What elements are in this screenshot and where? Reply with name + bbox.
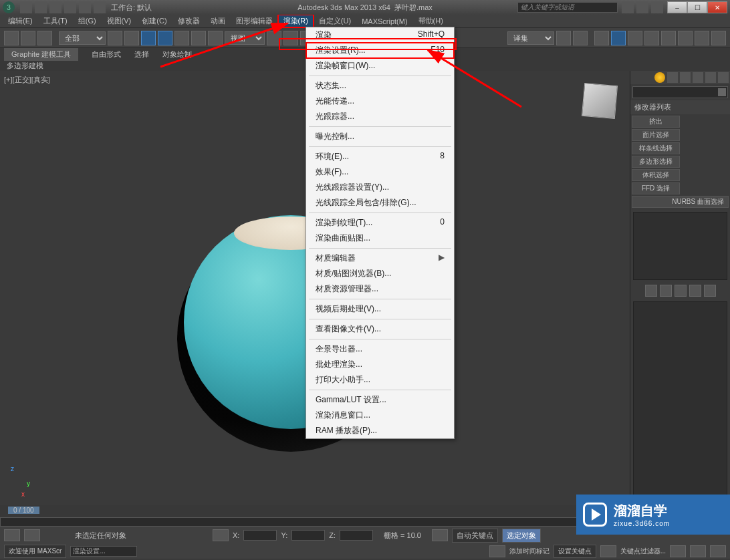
menu-item[interactable]: 渲染设置(R)...F10 xyxy=(306,43,454,58)
select-region[interactable] xyxy=(141,31,156,45)
hierarchy-tab-icon[interactable] xyxy=(680,72,691,83)
rollout-area[interactable] xyxy=(633,301,727,503)
btn-ffd-select[interactable]: FFD 选择 xyxy=(632,182,680,194)
menu-item[interactable]: 材质/贴图浏览器(B)... xyxy=(306,266,454,281)
menu-item[interactable]: 打印大小助手... xyxy=(306,372,454,388)
menu-item[interactable]: 材质资源管理器... xyxy=(306,281,454,297)
motion-tab-icon[interactable] xyxy=(693,72,703,83)
btn-patch-select[interactable]: 面片选择 xyxy=(632,129,680,141)
add-time-tag[interactable]: 添加时间标记 xyxy=(509,547,550,556)
play-icon[interactable] xyxy=(690,545,706,557)
btn-spline-select[interactable]: 样条线选择 xyxy=(632,142,680,154)
time-marker[interactable]: 0 / 100 xyxy=(8,507,39,514)
select-tool[interactable] xyxy=(108,31,122,45)
star-icon[interactable] xyxy=(636,1,648,13)
window-crossing[interactable] xyxy=(158,31,172,45)
menu-item[interactable]: 环境(E)...8 xyxy=(306,149,454,164)
menu-views[interactable]: 视图(V) xyxy=(102,15,137,27)
autokey-button[interactable]: 自动关键点 xyxy=(452,529,498,543)
display-tab-icon[interactable] xyxy=(705,72,716,83)
menu-item[interactable]: 视频后期处理(V)... xyxy=(306,301,454,317)
make-unique-icon[interactable] xyxy=(675,285,687,297)
help-icon[interactable] xyxy=(651,1,663,13)
link-tool[interactable] xyxy=(4,31,19,45)
select-name[interactable] xyxy=(124,31,139,45)
modifier-stack[interactable] xyxy=(633,212,727,280)
search-input[interactable]: 键入关键字或短语 xyxy=(517,2,618,13)
teapot-icon[interactable] xyxy=(711,31,726,45)
toggle-1[interactable] xyxy=(4,529,20,541)
pin-stack-icon[interactable] xyxy=(645,285,657,297)
menu-item[interactable]: 渲染Shift+Q xyxy=(306,27,454,43)
menu-customize[interactable]: 自定义(U) xyxy=(314,15,356,27)
tab-graphite[interactable]: Graphite 建模工具 xyxy=(4,48,78,61)
viewport-label[interactable]: [+][正交][真实] xyxy=(4,75,50,85)
key-icon[interactable] xyxy=(432,529,448,541)
view-cube[interactable] xyxy=(582,83,618,119)
tab-selection[interactable]: 选择 xyxy=(134,49,149,59)
bind-tool[interactable] xyxy=(37,31,52,45)
y-field[interactable] xyxy=(291,530,325,541)
align-tool[interactable] xyxy=(573,31,588,45)
menu-help[interactable]: 帮助(H) xyxy=(413,15,449,27)
menu-item[interactable]: 渲染帧窗口(W)... xyxy=(306,58,454,74)
selset-button[interactable]: 选定对象 xyxy=(502,529,541,543)
move-tool[interactable] xyxy=(174,31,189,45)
object-name-field[interactable] xyxy=(632,86,728,98)
menu-graph[interactable]: 图形编辑器 xyxy=(231,15,278,27)
material-editor[interactable] xyxy=(644,31,659,45)
menu-item[interactable]: 全景导出器... xyxy=(306,341,454,357)
z-field[interactable] xyxy=(340,530,373,541)
menu-edit[interactable]: 编辑(E) xyxy=(3,15,38,27)
btn-nurbs-select[interactable]: NURBS 曲面选择 xyxy=(632,196,729,208)
maximize-button[interactable]: ☐ xyxy=(687,1,707,13)
configure-icon[interactable] xyxy=(704,285,716,297)
curve-editor[interactable] xyxy=(611,31,626,45)
menu-item[interactable]: 光跟踪器... xyxy=(306,109,454,124)
info-icon[interactable] xyxy=(622,1,634,13)
menu-item[interactable]: 光能传递... xyxy=(306,94,454,109)
rotate-tool[interactable] xyxy=(191,31,206,45)
play-prev-icon[interactable] xyxy=(670,545,686,557)
menu-item[interactable]: 批处理渲染... xyxy=(306,357,454,372)
btn-extrude[interactable]: 挤出 xyxy=(632,116,680,128)
menu-item[interactable]: 效果(F)... xyxy=(306,164,454,180)
undo-icon[interactable] xyxy=(64,1,76,13)
named-sets[interactable]: 译集 xyxy=(507,31,554,45)
schematic-view[interactable] xyxy=(628,31,642,45)
utilities-tab-icon[interactable] xyxy=(718,72,729,83)
menu-item[interactable]: 材质编辑器▶ xyxy=(306,251,454,266)
x-field[interactable] xyxy=(243,530,277,541)
menu-create[interactable]: 创建(C) xyxy=(136,15,172,27)
menu-group[interactable]: 组(G) xyxy=(73,15,102,27)
minimize-button[interactable]: – xyxy=(667,1,687,13)
manip-tool[interactable] xyxy=(283,31,298,45)
menu-item[interactable]: 光线跟踪全局包含/排除(G)... xyxy=(306,195,454,211)
modify-tab-icon[interactable] xyxy=(667,72,678,83)
color-swatch[interactable] xyxy=(718,88,726,96)
tab-paint[interactable]: 对象绘制 xyxy=(162,49,192,59)
menu-item[interactable]: 渲染到纹理(T)...0 xyxy=(306,215,454,231)
menu-maxscript[interactable]: MAXScript(M) xyxy=(356,16,412,27)
menu-item[interactable]: 光线跟踪器设置(Y)... xyxy=(306,180,454,195)
menu-item[interactable]: RAM 播放器(P)... xyxy=(306,423,454,438)
key-filter[interactable]: 关键点过滤器... xyxy=(620,547,666,556)
toggle-2[interactable] xyxy=(24,529,40,541)
time-tag-icon[interactable] xyxy=(489,545,505,557)
menu-item[interactable]: Gamma/LUT 设置... xyxy=(306,392,454,408)
selection-filter[interactable]: 全部 xyxy=(59,31,106,45)
btn-vol-select[interactable]: 体积选择 xyxy=(632,169,680,181)
menu-animation[interactable]: 动画 xyxy=(205,15,231,27)
play-next-icon[interactable] xyxy=(710,545,726,557)
key-mode-icon[interactable] xyxy=(600,545,616,557)
lock-icon[interactable] xyxy=(213,529,229,541)
link-icon[interactable] xyxy=(94,1,106,13)
menu-item[interactable]: 查看图像文件(V)... xyxy=(306,321,454,337)
create-tab-icon[interactable] xyxy=(654,72,665,83)
scale-tool[interactable] xyxy=(208,31,223,45)
center-pivot[interactable] xyxy=(267,31,281,45)
layer-tool[interactable] xyxy=(594,31,609,45)
render-setup[interactable] xyxy=(661,31,676,45)
setkey-button[interactable]: 设置关键点 xyxy=(554,545,596,558)
unlink-tool[interactable] xyxy=(21,31,35,45)
